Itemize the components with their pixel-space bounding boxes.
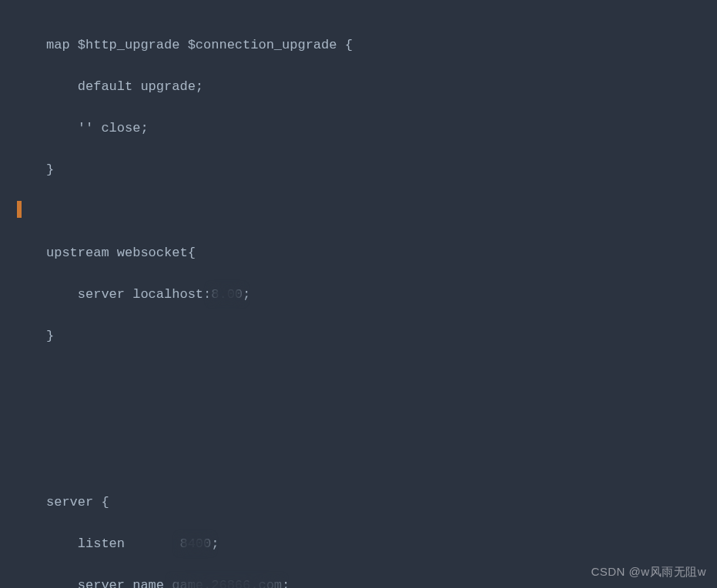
caret-indicator [17,201,22,218]
editor-gutter [0,0,22,588]
code-line: default upgrade; [46,76,717,97]
code-line [46,450,717,471]
redacted-listen-port: 8400 [179,533,211,554]
code-line: map $http_upgrade $connection_upgrade { [46,35,717,55]
code-line: server localhost:8.00; [46,284,717,305]
code-editor[interactable]: map $http_upgrade $connection_upgrade { … [0,0,717,588]
code-line [46,201,717,222]
code-line: listen 8400; [46,533,717,554]
watermark: CSDN @w风雨无阻w [591,561,706,582]
code-line: } [46,159,717,180]
code-line: server { [46,492,717,513]
code-line [46,409,717,429]
code-line: } [46,326,717,346]
redacted-port: 8.00 [211,284,243,305]
code-line [46,367,717,388]
code-line: upstream websocket{ [46,242,717,263]
code-line: '' close; [46,118,717,139]
redacted-server-name: game.26866.com [172,575,282,588]
